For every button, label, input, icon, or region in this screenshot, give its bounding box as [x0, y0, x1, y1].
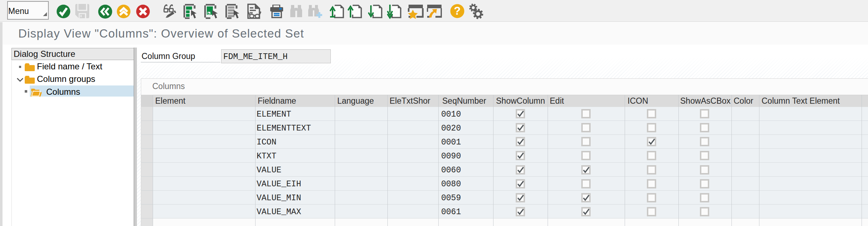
svg-text:?: ? [454, 5, 461, 17]
